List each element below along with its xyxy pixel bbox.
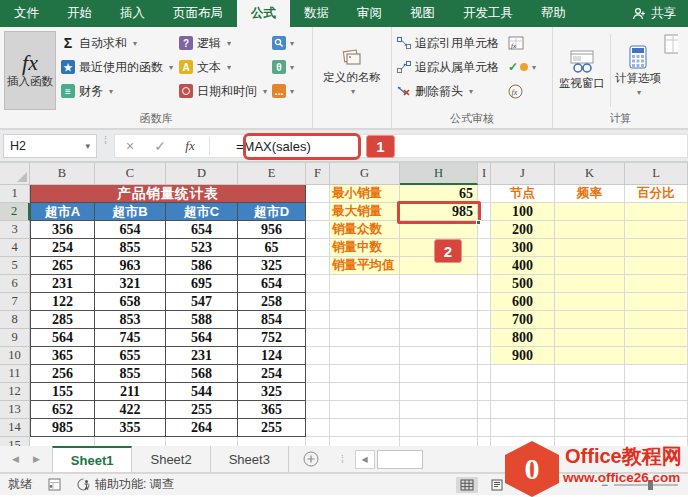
sales-cell[interactable]: 752 — [238, 329, 306, 347]
empty-cell[interactable] — [30, 437, 95, 446]
frequency-cell[interactable] — [555, 221, 625, 239]
cell-I13[interactable] — [478, 401, 491, 419]
empty-cell[interactable] — [306, 437, 330, 446]
select-all-corner[interactable] — [0, 163, 30, 185]
empty-cell[interactable] — [238, 437, 306, 446]
cell-G11[interactable] — [330, 365, 400, 383]
frequency-cell[interactable] — [555, 275, 625, 293]
column-header-L[interactable]: L — [625, 163, 688, 185]
trace-precedents-button[interactable]: 追踪引用单元格 — [394, 31, 502, 55]
sales-cell[interactable]: 365 — [238, 401, 306, 419]
cell-I9[interactable] — [478, 329, 491, 347]
cell-I11[interactable] — [478, 365, 491, 383]
recent-functions-button[interactable]: ★最近使用的函数▾ — [58, 55, 176, 79]
cell-H6[interactable] — [400, 275, 478, 293]
sales-cell[interactable]: 365 — [30, 347, 95, 365]
frequency-cell[interactable] — [555, 311, 625, 329]
zoom-out-icon[interactable]: − — [601, 478, 608, 492]
column-header-F[interactable]: F — [306, 163, 330, 185]
bin-header-node[interactable]: 节点 — [491, 185, 555, 203]
cell-G8[interactable] — [330, 311, 400, 329]
cell-K13[interactable] — [555, 401, 625, 419]
cell-I6[interactable] — [478, 275, 491, 293]
percent-cell[interactable] — [625, 239, 688, 257]
formula-input-area[interactable]: × ✓ fx =MAX(sales) — [114, 134, 688, 158]
empty-cell[interactable] — [625, 437, 688, 446]
sales-cell[interactable]: 695 — [166, 275, 238, 293]
frequency-cell[interactable] — [555, 347, 625, 365]
sales-cell[interactable]: 564 — [30, 329, 95, 347]
row-header-12[interactable]: 12 — [0, 383, 30, 401]
column-header-H[interactable]: H — [400, 163, 478, 185]
stat-value-max-selected-cell[interactable]: 985 — [400, 203, 478, 221]
error-checking-button[interactable]: ✓ ▾ — [506, 55, 538, 79]
frequency-cell[interactable] — [555, 203, 625, 221]
sheet-nav-right-icon[interactable]: ▶ — [33, 454, 40, 464]
cell-G7[interactable] — [330, 293, 400, 311]
sales-cell[interactable]: 586 — [166, 257, 238, 275]
cell-I8[interactable] — [478, 311, 491, 329]
row-header-7[interactable]: 7 — [0, 293, 30, 311]
row-header-5[interactable]: 5 — [0, 257, 30, 275]
cell-I12[interactable] — [478, 383, 491, 401]
remove-arrows-button[interactable]: 删除箭头 ▾ — [394, 79, 502, 103]
stat-label[interactable]: 销量中数 — [330, 239, 400, 257]
bin-value[interactable]: 400 — [491, 257, 555, 275]
cell-F14[interactable] — [306, 419, 330, 437]
ribbon-tab-帮助[interactable]: 帮助 — [527, 0, 580, 27]
sales-cell[interactable]: 854 — [238, 311, 306, 329]
sales-cell[interactable]: 422 — [95, 401, 166, 419]
row-header-9[interactable]: 9 — [0, 329, 30, 347]
sales-cell[interactable]: 855 — [95, 239, 166, 257]
logical-button[interactable]: ?逻辑▾ — [176, 31, 270, 55]
percent-cell[interactable] — [625, 311, 688, 329]
cell-I7[interactable] — [478, 293, 491, 311]
empty-cell[interactable] — [555, 437, 625, 446]
sales-cell[interactable]: 855 — [95, 365, 166, 383]
column-header-D[interactable]: D — [166, 163, 238, 185]
cell-F12[interactable] — [306, 383, 330, 401]
column-header-I[interactable]: I — [478, 163, 491, 185]
cell-G6[interactable] — [330, 275, 400, 293]
normal-view-button[interactable] — [456, 477, 478, 493]
tab-splitter-icon[interactable]: ⁞ — [333, 454, 353, 465]
cell-H12[interactable] — [400, 383, 478, 401]
cell-I14[interactable] — [478, 419, 491, 437]
bin-header-percent[interactable]: 百分比 — [625, 185, 688, 203]
new-sheet-button[interactable] — [289, 446, 333, 472]
stat-label[interactable]: 销量平均值 — [330, 257, 400, 275]
sales-cell[interactable]: 258 — [238, 293, 306, 311]
percent-cell[interactable] — [625, 329, 688, 347]
financial-button[interactable]: ≡财务▾ — [58, 79, 176, 103]
math-trig-button[interactable]: θ▾ — [270, 55, 296, 79]
sales-cell[interactable]: 254 — [30, 239, 95, 257]
sales-cell[interactable]: 547 — [166, 293, 238, 311]
horizontal-scrollbar[interactable]: ⁞ ◀ — [333, 446, 688, 472]
bin-header-frequency[interactable]: 频率 — [555, 185, 625, 203]
sales-cell[interactable]: 321 — [95, 275, 166, 293]
ribbon-tab-插入[interactable]: 插入 — [106, 0, 159, 27]
sales-cell[interactable]: 655 — [95, 347, 166, 365]
sales-cell[interactable]: 231 — [30, 275, 95, 293]
sales-cell[interactable]: 588 — [166, 311, 238, 329]
bin-value[interactable]: 500 — [491, 275, 555, 293]
column-header-C[interactable]: C — [95, 163, 166, 185]
scrollbar-thumb[interactable] — [377, 450, 423, 469]
sales-cell[interactable]: 356 — [30, 221, 95, 239]
sales-cell[interactable]: 355 — [95, 419, 166, 437]
percent-cell[interactable] — [625, 293, 688, 311]
cell-L14[interactable] — [625, 419, 688, 437]
macro-record-button[interactable] — [40, 478, 69, 491]
column-header-E[interactable]: E — [238, 163, 306, 185]
datetime-button[interactable]: 日期和时间▾ — [176, 79, 270, 103]
sales-cell[interactable]: 745 — [95, 329, 166, 347]
column-header-G[interactable]: G — [330, 163, 400, 185]
stat-label-min[interactable]: 最小销量 — [330, 185, 400, 203]
sales-cell[interactable]: 544 — [166, 383, 238, 401]
cell-K12[interactable] — [555, 383, 625, 401]
stat-value-cell[interactable] — [400, 221, 478, 239]
bin-value[interactable]: 700 — [491, 311, 555, 329]
row-header-15[interactable]: 15 — [0, 437, 30, 446]
frequency-cell[interactable] — [555, 329, 625, 347]
share-button[interactable]: 共享 — [620, 0, 688, 27]
